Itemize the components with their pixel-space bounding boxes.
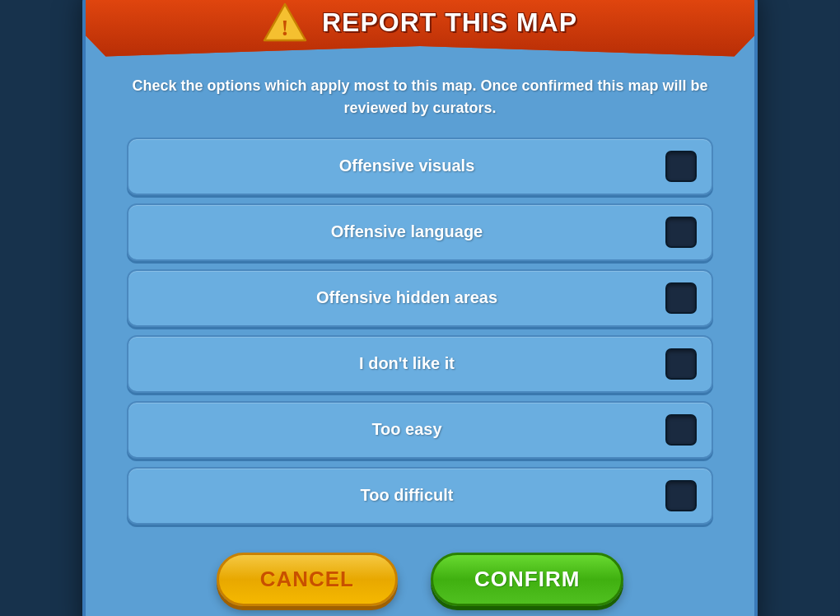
option-checkbox-offensive-language[interactable] xyxy=(665,217,697,248)
option-checkbox-offensive-hidden[interactable] xyxy=(665,282,697,314)
dialog-header: ! Report This Map xyxy=(86,0,754,57)
option-label-offensive-language: Offensive language xyxy=(148,222,665,241)
option-checkbox-offensive-visuals[interactable] xyxy=(665,151,697,182)
option-label-offensive-hidden: Offensive hidden areas xyxy=(148,288,665,307)
dialog-title: Report This Map xyxy=(322,7,577,38)
report-dialog: ! Report This Map Check the options whic… xyxy=(82,0,758,616)
option-row-too-difficult[interactable]: Too difficult xyxy=(127,467,713,525)
dialog-body: Check the options which apply most to th… xyxy=(86,57,754,533)
dialog-footer: Cancel Confirm xyxy=(86,533,754,606)
option-row-dont-like[interactable]: I don't like it xyxy=(127,335,713,393)
option-label-dont-like: I don't like it xyxy=(148,354,665,373)
option-checkbox-too-easy[interactable] xyxy=(665,414,697,446)
option-label-too-difficult: Too difficult xyxy=(148,486,665,505)
confirm-button[interactable]: Confirm xyxy=(431,553,623,606)
options-list: Offensive visualsOffensive languageOffen… xyxy=(127,138,713,525)
option-label-too-easy: Too easy xyxy=(148,420,665,439)
option-row-offensive-hidden[interactable]: Offensive hidden areas xyxy=(127,269,713,327)
option-checkbox-dont-like[interactable] xyxy=(665,348,697,380)
svg-text:!: ! xyxy=(281,15,288,40)
option-row-offensive-visuals[interactable]: Offensive visuals xyxy=(127,138,713,195)
warning-icon: ! xyxy=(263,1,307,45)
option-row-offensive-language[interactable]: Offensive language xyxy=(127,203,713,261)
option-row-too-easy[interactable]: Too easy xyxy=(127,401,713,459)
option-checkbox-too-difficult[interactable] xyxy=(665,480,697,511)
dialog-subtitle: Check the options which apply most to th… xyxy=(127,75,713,119)
option-label-offensive-visuals: Offensive visuals xyxy=(148,156,665,175)
cancel-button[interactable]: Cancel xyxy=(217,553,398,606)
